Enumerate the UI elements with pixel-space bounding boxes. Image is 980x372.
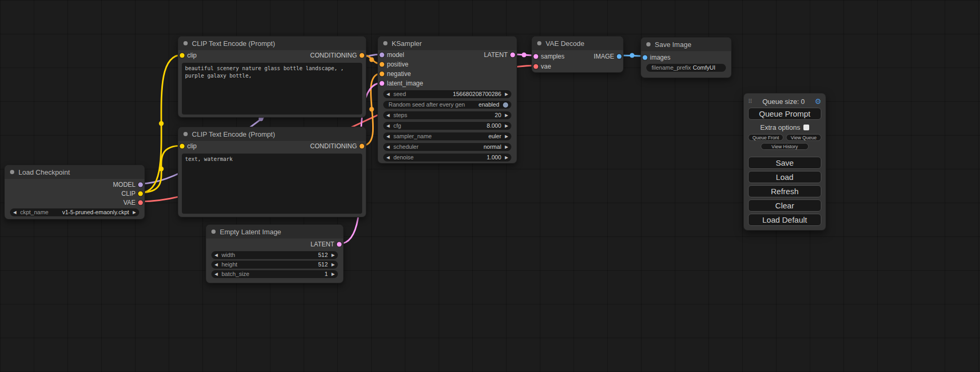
input-label-model: model <box>387 51 404 59</box>
input-slot-row-images: images <box>641 52 731 62</box>
sampler-name-widget[interactable]: ◀ sampler_name euler ▶ <box>383 132 511 140</box>
node-clip-text-encode-negative[interactable]: CLIP Text Encode (Prompt) clip CONDITION… <box>178 127 366 217</box>
node-title-text: Save Image <box>655 41 691 49</box>
decrement-arrow-icon[interactable]: ◀ <box>386 156 390 160</box>
node-title-bar[interactable]: Load Checkpoint <box>5 165 144 179</box>
cfg-widget[interactable]: ◀ cfg 8.000 ▶ <box>383 122 511 130</box>
node-clip-text-encode-positive[interactable]: CLIP Text Encode (Prompt) clip CONDITION… <box>178 36 366 118</box>
images-input-port[interactable] <box>643 55 647 60</box>
width-widget[interactable]: ◀ width 512 ▶ <box>211 251 338 259</box>
samples-input-port[interactable] <box>533 54 538 59</box>
collapse-toggle-icon[interactable] <box>537 41 541 45</box>
settings-gear-icon[interactable]: ⚙ <box>814 97 821 106</box>
prompt-textarea[interactable]: text, watermark <box>182 154 362 214</box>
node-title-text: Load Checkpoint <box>18 168 70 176</box>
drag-handle-icon[interactable]: ⠿ <box>748 98 752 105</box>
increment-arrow-icon[interactable]: ▶ <box>505 135 508 139</box>
decrement-arrow-icon[interactable]: ◀ <box>386 135 390 139</box>
node-title-bar[interactable]: CLIP Text Encode (Prompt) <box>178 127 366 141</box>
latent-output-port[interactable] <box>337 242 342 247</box>
decrement-arrow-icon[interactable]: ◀ <box>386 145 390 149</box>
increment-arrow-icon[interactable]: ▶ <box>505 156 508 160</box>
collapse-toggle-icon[interactable] <box>10 170 14 174</box>
clip-input-port[interactable] <box>180 53 185 58</box>
load-button[interactable]: Load <box>748 171 821 183</box>
collapse-toggle-icon[interactable] <box>383 41 387 45</box>
prev-value-arrow-icon[interactable]: ◀ <box>13 211 16 215</box>
decrement-arrow-icon[interactable]: ◀ <box>386 113 390 118</box>
decrement-arrow-icon[interactable]: ◀ <box>215 263 218 267</box>
node-graph-canvas[interactable]: Load Checkpoint MODEL CLIP VAE ◀ ckpt_na… <box>0 0 980 372</box>
negative-input-port[interactable] <box>380 72 384 77</box>
node-empty-latent-image[interactable]: Empty Latent Image LATENT ◀ width 512 ▶ … <box>206 224 344 283</box>
scheduler-widget[interactable]: ◀ scheduler normal ▶ <box>383 143 511 151</box>
seed-widget[interactable]: ◀ seed 156680208700286 ▶ <box>383 90 511 98</box>
increment-arrow-icon[interactable]: ▶ <box>332 272 335 276</box>
increment-arrow-icon[interactable]: ▶ <box>332 253 335 257</box>
clip-input-port[interactable] <box>180 144 185 149</box>
positive-input-port[interactable] <box>380 62 384 67</box>
node-title-bar[interactable]: CLIP Text Encode (Prompt) <box>178 36 366 50</box>
filename-prefix-widget[interactable]: filename_prefix ComfyUI <box>646 64 726 72</box>
random-seed-toggle-widget[interactable]: Random seed after every gen enabled <box>383 101 511 109</box>
model-output-port[interactable] <box>138 182 143 187</box>
extra-options-checkbox[interactable] <box>803 125 809 130</box>
queue-front-button[interactable]: Queue Front <box>748 134 783 141</box>
increment-arrow-icon[interactable]: ▶ <box>505 124 508 128</box>
model-input-port[interactable] <box>380 53 384 58</box>
node-vae-decode[interactable]: VAE Decode samples IMAGE vae <box>531 36 624 73</box>
clear-button[interactable]: Clear <box>748 199 821 212</box>
prompt-textarea[interactable]: beautiful scenery nature glass bottle la… <box>182 63 362 115</box>
decrement-arrow-icon[interactable]: ◀ <box>386 124 390 128</box>
input-label-samples: samples <box>541 53 565 60</box>
denoise-widget[interactable]: ◀ denoise 1.000 ▶ <box>383 154 511 161</box>
node-title-text: Empty Latent Image <box>220 228 281 236</box>
batch-size-widget[interactable]: ◀ batch_size 1 ▶ <box>211 270 338 278</box>
increment-arrow-icon[interactable]: ▶ <box>505 113 508 118</box>
decrement-arrow-icon[interactable]: ◀ <box>386 92 390 97</box>
view-history-button[interactable]: View History <box>761 143 809 150</box>
next-value-arrow-icon[interactable]: ▶ <box>133 211 136 215</box>
latent-output-port[interactable] <box>510 53 515 58</box>
increment-arrow-icon[interactable]: ▶ <box>332 263 335 267</box>
node-save-image[interactable]: Save Image images filename_prefix ComfyU… <box>641 37 732 78</box>
widget-label: batch_size <box>221 271 249 277</box>
toggle-dot-icon[interactable] <box>503 102 508 108</box>
decrement-arrow-icon[interactable]: ◀ <box>215 253 218 257</box>
image-output-port[interactable] <box>617 54 622 59</box>
widget-value: euler <box>488 133 501 139</box>
collapse-toggle-icon[interactable] <box>183 132 188 136</box>
increment-arrow-icon[interactable]: ▶ <box>505 145 508 149</box>
latent-image-input-port[interactable] <box>380 81 384 86</box>
node-title-bar[interactable]: VAE Decode <box>532 36 623 50</box>
collapse-toggle-icon[interactable] <box>183 41 188 45</box>
widget-label: width <box>221 252 235 258</box>
clip-output-port[interactable] <box>138 191 143 196</box>
steps-widget[interactable]: ◀ steps 20 ▶ <box>383 111 511 119</box>
queue-prompt-button[interactable]: Queue Prompt <box>748 108 821 120</box>
view-queue-button[interactable]: View Queue <box>786 134 821 141</box>
increment-arrow-icon[interactable]: ▶ <box>505 92 508 97</box>
node-ksampler[interactable]: KSampler model LATENT positive negative … <box>377 36 517 164</box>
widget-label: filename_prefix <box>652 65 691 71</box>
conditioning-output-port[interactable] <box>360 144 364 149</box>
widget-label: cfg <box>393 123 401 129</box>
input-label-vae: vae <box>541 63 551 70</box>
refresh-button[interactable]: Refresh <box>748 185 821 197</box>
vae-output-port[interactable] <box>138 200 143 205</box>
conditioning-output-port[interactable] <box>360 53 364 58</box>
node-title-bar[interactable]: KSampler <box>378 36 517 50</box>
decrement-arrow-icon[interactable]: ◀ <box>215 272 218 276</box>
vae-input-port[interactable] <box>533 64 538 69</box>
height-widget[interactable]: ◀ height 512 ▶ <box>211 261 338 269</box>
save-button[interactable]: Save <box>748 157 821 169</box>
load-default-button[interactable]: Load Default <box>748 214 821 226</box>
queue-panel-header: ⠿ Queue size: 0 ⚙ <box>748 97 821 106</box>
collapse-toggle-icon[interactable] <box>211 230 216 234</box>
ckpt-name-widget[interactable]: ◀ ckpt_name v1-5-pruned-emaonly.ckpt ▶ <box>10 208 139 216</box>
node-load-checkpoint[interactable]: Load Checkpoint MODEL CLIP VAE ◀ ckpt_na… <box>4 165 145 220</box>
node-title-bar[interactable]: Empty Latent Image <box>206 225 343 239</box>
output-label-conditioning: CONDITIONING <box>310 52 357 59</box>
collapse-toggle-icon[interactable] <box>646 42 651 46</box>
node-title-bar[interactable]: Save Image <box>641 37 731 51</box>
